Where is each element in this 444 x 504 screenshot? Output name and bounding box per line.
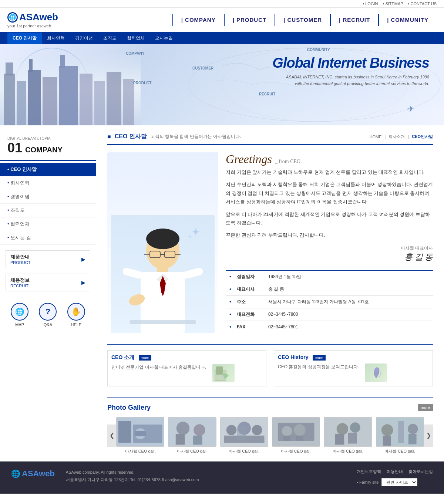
sidebar-number: 01 [7,141,22,155]
ceo-intro-text: 인터넷 전문기업 아사웹 대표이사 홍길동입니다. [111,364,206,371]
info-bullet-3: • [226,296,235,308]
gallery-header: Photo Gallery more [107,404,433,412]
gallery-item-5[interactable]: 아사웹 CEO gall. [324,417,372,454]
info-row-address: • 주소 서울시 가나구 다라동 123번지 가나밀딩 A동 701호 [226,296,433,308]
sidebar-header: DIGITAL DREAM UTOPIA 01 COMPANY [0,133,96,161]
promo-recruit-sub: RECRUIT [10,284,30,288]
info-bullet-4: • [226,308,235,320]
svg-rect-65 [408,434,417,444]
footer-family-select[interactable]: 관련 사이트 [381,478,417,486]
content-wrapper: DIGITAL DREAM UTOPIA 01 COMPANY CEO 인사말 … [0,125,444,461]
footer-terms-link[interactable]: 이용안내 [387,469,403,474]
signature-company: 아사웹 대표이사 [226,245,433,251]
svg-rect-7 [60,55,65,68]
gallery-item-1[interactable]: 아사웹 CEO gall. [116,417,164,454]
ceo-history-title: CEO History [278,354,308,360]
greeting-title: Greetings _ from CEO [226,152,433,166]
main-navigation: | COMPANY | PRODUCT | CUSTOMER | RECRUIT… [81,14,437,26]
qa-icon: ? [39,303,57,321]
sidebar-promo-recruit[interactable]: 채용정보 RECRUIT ▶ [6,274,90,291]
svg-rect-8 [80,74,92,125]
sidebar-menu-item-org[interactable]: 조직도 [0,204,96,217]
footer-directions-link[interactable]: 찾아오시는길 [408,469,433,474]
nav-product[interactable]: | PRODUCT [224,14,275,26]
banner-title-text: Global Internet Business [272,55,429,71]
ceo-intro-title: CEO 소개 [111,354,134,360]
ceo-history-section: CEO History more CEO 홍길동의 성공과정을 보여드립니다. [274,350,433,386]
info-row-founded: • 설립일자 1984년 1월 15일 [226,271,433,283]
sidebar-menu-item-philosophy[interactable]: 경영이념 [0,190,96,204]
footer-links: 개인보호정책 이용안내 찾아오시는길 • Family site 관련 사이트 [357,469,433,486]
gallery-item-2[interactable]: 아사웹 CEO gall. [168,417,216,454]
footer-family-site: • Family site 관련 사이트 [357,478,433,486]
svg-rect-34 [118,421,131,443]
svg-rect-11 [123,79,134,125]
subnav-directions[interactable]: 오시는길 [150,33,178,44]
sidebar-qa-button[interactable]: ? Q&A [39,303,57,327]
subnav-philosophy[interactable]: 경영이념 [70,33,98,44]
footer: 🌐 ASAweb ASAweb company. All rights rese… [0,461,444,494]
sidebar-map-button[interactable]: 🌐 MAP [11,303,28,327]
ceo-section: ✦ ✦ [107,152,433,333]
header: 🌐 ASAweb your 1st partner asaweb | COMPA… [0,8,444,33]
gallery-item-3[interactable]: 아사웹 CEO gall. [220,417,268,454]
nav-company[interactable]: | COMPANY [172,14,224,26]
subnav-partners[interactable]: 협력업체 [122,33,150,44]
hero-banner: COMPANY PRODUCT CUSTOMER RECRUIT COMMUNI… [0,44,444,125]
footer-privacy-link[interactable]: 개인보호정책 [357,469,381,474]
ceo-intro-more[interactable]: more [139,355,152,361]
subnav-org[interactable]: 조직도 [98,33,122,44]
breadcrumb-home[interactable]: HOME [369,135,381,139]
sitemap-link[interactable]: SITEMAP [383,1,403,6]
sidebar-menu: CEO 인사말 회사연혁 경영이념 조직도 협력업체 오시는 길 [0,163,96,245]
gallery-caption-3: 아사웹 CEO gall. [220,449,268,454]
subnav-ceo[interactable]: CEO 인사말 [7,33,42,44]
gallery-thumb-1 [116,417,164,447]
map-label-recruit: RECRUIT [259,92,275,96]
nav-recruit[interactable]: | RECRUIT [330,14,378,26]
svg-rect-4 [29,59,33,72]
info-value-phone: 02~3445~7800 [265,309,433,320]
gallery-item-4[interactable]: 아사웹 CEO gall. [272,417,320,454]
ceo-history-more[interactable]: more [313,355,326,361]
svg-point-45 [226,425,236,435]
top-bar: LOGIN SITEMAP CONTACT US [0,0,444,8]
gallery-caption-5: 아사웹 CEO gall. [324,449,372,454]
info-value-fax: 02~3445~7801 [265,321,433,332]
sidebar-icons: 🌐 MAP ? Q&A ✋ HELP [6,297,90,327]
banner-title: Global Internet Business [272,55,429,71]
subnav-history[interactable]: 회사연혁 [42,33,70,44]
nav-customer[interactable]: | CUSTOMER [275,14,330,26]
svg-rect-2 [17,81,26,125]
svg-point-47 [252,425,262,435]
logo-text: ASAweb [19,11,58,23]
breadcrumb-company[interactable]: 회사소개 [388,134,405,139]
map-label-product: PRODUCT [133,81,151,85]
sidebar-menu-item-partners[interactable]: 협력업체 [0,217,96,231]
banner-subtitle: ASADAL INTERNET, INC. started its busine… [272,74,429,87]
svg-rect-37 [135,431,146,436]
svg-rect-53 [283,436,291,441]
help-icon: ✋ [67,303,85,321]
nav-community[interactable]: | COMMUNITY [378,14,437,26]
gallery-more-button[interactable]: more [418,404,433,411]
sidebar-help-button[interactable]: ✋ HELP [67,303,85,327]
login-link[interactable]: LOGIN [363,1,378,6]
svg-rect-38 [168,417,216,446]
sidebar: DIGITAL DREAM UTOPIA 01 COMPANY CEO 인사말 … [0,125,96,461]
gallery-items: 아사웹 CEO gall. [116,417,424,454]
sidebar-menu-item-directions[interactable]: 오시는 길 [0,231,96,245]
svg-point-51 [282,426,292,436]
qa-label: Q&A [44,322,52,327]
gallery-prev-button[interactable]: ❮ [107,424,116,447]
greeting-para1: 저희 기업은 앞서가는 기술력과 노하우로 현재 업계 선두를 달리고 있는 대… [226,168,433,176]
contact-link[interactable]: CONTACT US [408,1,437,6]
sidebar-promo-product[interactable]: 제품안내 PRODUCT ▶ [6,250,90,268]
logo[interactable]: 🌐 ASAweb [7,11,81,23]
sidebar-menu-item-history[interactable]: 회사연혁 [0,176,96,190]
svg-rect-29 [130,320,196,324]
sidebar-menu-item-ceo[interactable]: CEO 인사말 [0,163,96,176]
banner-subtitle-line2: with the fundamental goal of providing b… [272,81,429,87]
gallery-next-button[interactable]: ❯ [424,424,433,447]
gallery-item-6[interactable]: 아사웹 CEO gall. [376,417,424,454]
